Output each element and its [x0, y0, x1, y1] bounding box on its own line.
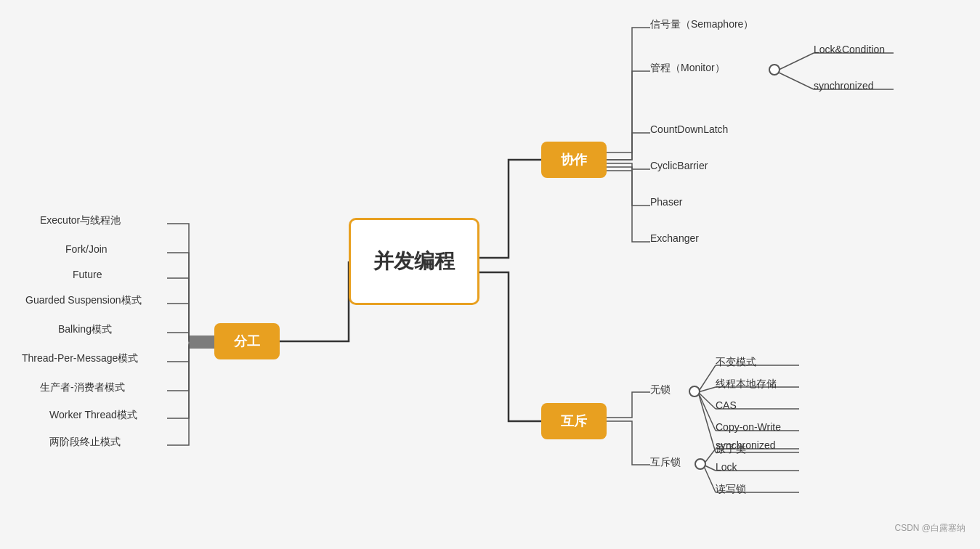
branch-cooperation: 协作: [541, 142, 607, 178]
svg-line-7: [698, 392, 716, 431]
leaf-countdownlatch: CountDownLatch: [650, 123, 728, 135]
no-lock-circle: [689, 386, 700, 397]
mutex-circle: [694, 458, 706, 470]
leaf-exchanger: Exchanger: [650, 232, 699, 244]
leaf-synchronized-monitor: synchronized: [814, 80, 874, 92]
leaf-immutable: 不变模式: [716, 356, 756, 369]
svg-line-5: [698, 387, 716, 392]
leaf-guarded-suspension: Guarded Suspension模式: [25, 294, 142, 307]
leaf-two-phase-termination: 两阶段终止模式: [49, 436, 121, 449]
leaf-thread-per-message: Thread-Per-Message模式: [22, 352, 138, 365]
leaf-producer-consumer: 生产者-消费者模式: [40, 381, 125, 394]
leaf-lock: Lock: [716, 461, 737, 473]
leaf-monitor: 管程（Monitor）: [650, 62, 725, 75]
center-node: 并发编程: [349, 218, 479, 305]
leaf-synchronized-mutex: synchronized: [716, 439, 776, 451]
svg-line-6: [698, 392, 716, 409]
leaf-phaser: Phaser: [650, 196, 682, 208]
center-label: 并发编程: [373, 248, 455, 275]
svg-line-0: [776, 53, 814, 71]
branch-cooperation-label: 协作: [561, 151, 587, 168]
leaf-mutex: 互斥锁: [650, 456, 681, 469]
branch-division-label: 分工: [234, 333, 260, 350]
branch-division: 分工: [214, 323, 280, 359]
svg-line-16: [703, 465, 716, 492]
watermark: CSDN @白露塞纳: [894, 522, 965, 534]
leaf-executor: Executor与线程池: [40, 214, 121, 227]
leaf-lockcondition: Lock&Condition: [814, 44, 885, 55]
mind-map: 并发编程 协作 互斥 分工 信号量（Semaphore） 管程（Monitor）…: [0, 0, 980, 549]
svg-line-8: [698, 392, 716, 452]
leaf-semaphore: 信号量（Semaphore）: [650, 18, 753, 31]
leaf-future: Future: [73, 269, 102, 280]
leaf-thread-local: 线程本地存储: [716, 378, 777, 391]
branch-mutual-exclusion-label: 互斥: [561, 412, 587, 430]
leaf-worker-thread: Worker Thread模式: [49, 409, 137, 422]
monitor-circle: [769, 64, 780, 76]
leaf-readwrite-lock: 读写锁: [716, 483, 746, 496]
svg-line-4: [698, 365, 716, 392]
leaf-cas: CAS: [716, 399, 737, 411]
svg-line-1: [776, 71, 814, 89]
leaf-no-lock: 无锁: [650, 383, 671, 396]
leaf-balking: Balking模式: [58, 323, 112, 336]
leaf-forkjoin: Fork/Join: [65, 243, 108, 255]
branch-mutual-exclusion: 互斥: [541, 403, 607, 439]
leaf-cyclicbarrier: CyclicBarrier: [650, 160, 708, 171]
leaf-copy-on-write: Copy-on-Write: [716, 421, 781, 433]
